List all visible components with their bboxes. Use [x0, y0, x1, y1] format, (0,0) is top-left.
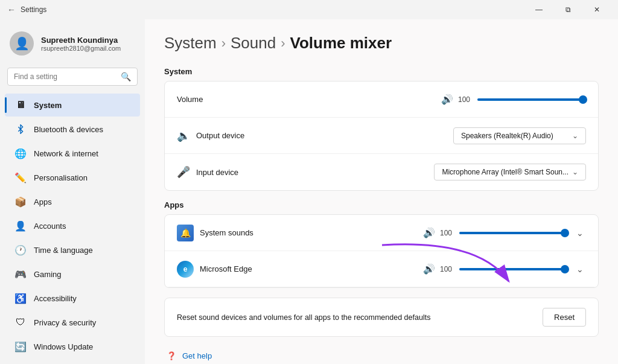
- volume-icon: 🔊: [441, 94, 453, 105]
- sidebar-item-accessibility[interactable]: ♿ Accessibility: [5, 287, 140, 310]
- breadcrumb-sound[interactable]: Sound: [231, 34, 276, 53]
- edge-vol-icon: 🔊: [423, 263, 435, 275]
- sidebar-item-bluetooth[interactable]: Bluetooth & devices: [5, 118, 140, 141]
- accounts-icon: 👤: [14, 220, 27, 232]
- sidebar-item-accounts[interactable]: 👤 Accounts: [5, 214, 140, 237]
- system-sounds-label: 🔔 System sounds: [177, 225, 285, 241]
- edge-row: e Microsoft Edge 🔊 100: [165, 251, 598, 287]
- sidebar-item-label: Network & internet: [34, 149, 98, 158]
- volume-slider-track[interactable]: [477, 98, 586, 101]
- edge-icon: e: [177, 261, 194, 278]
- edge-slider[interactable]: [459, 268, 568, 270]
- edge-thumb: [561, 265, 569, 273]
- title-bar-left: ← Settings: [7, 5, 46, 14]
- sidebar-item-label: System: [34, 101, 62, 110]
- system-section-label: System: [164, 67, 599, 76]
- system-sounds-text: System sounds: [200, 228, 253, 237]
- output-device-text: Output device: [196, 131, 244, 140]
- sidebar-item-label: Gaming: [34, 270, 62, 279]
- sidebar-item-time[interactable]: 🕐 Time & language: [5, 238, 140, 261]
- edge-icon-glyph: e: [183, 265, 188, 273]
- input-device-row: 🎤 Input device Microphone Array (Intel® …: [165, 154, 598, 190]
- edge-volume: 🔊 100: [423, 263, 568, 275]
- system-sounds-icon-glyph: 🔔: [180, 228, 191, 238]
- get-help-label: Get help: [182, 351, 212, 360]
- app-title: Settings: [21, 5, 46, 14]
- sidebar-item-gaming[interactable]: 🎮 Gaming: [5, 263, 140, 286]
- sidebar-item-update[interactable]: 🔄 Windows Update: [5, 335, 140, 358]
- privacy-icon: 🛡: [14, 316, 27, 328]
- system-icon: 🖥: [14, 99, 27, 111]
- system-sounds-icon: 🔔: [177, 225, 194, 241]
- search-box[interactable]: 🔍: [7, 68, 138, 86]
- reset-button[interactable]: Reset: [543, 308, 586, 327]
- sidebar-item-network[interactable]: 🌐 Network & internet: [5, 142, 140, 165]
- system-sounds-fill: [459, 232, 568, 234]
- main-wrapper: System › Sound › Volume mixer System Vol…: [145, 19, 618, 364]
- personalisation-icon: ✏️: [14, 171, 27, 184]
- sidebar-item-label: Windows Update: [34, 342, 93, 351]
- sidebar-item-label: Accessibility: [34, 294, 77, 303]
- edge-expand[interactable]: ⌄: [574, 262, 586, 276]
- avatar-icon: 👤: [14, 36, 30, 51]
- breadcrumb-current: Volume mixer: [290, 34, 392, 53]
- get-help-icon: ❓: [167, 351, 176, 360]
- back-icon[interactable]: ←: [7, 5, 16, 14]
- user-info: Supreeth Koundinya rsupreeth2810@gmail.c…: [41, 36, 121, 52]
- user-section[interactable]: 👤 Supreeth Koundinya rsupreeth2810@gmail…: [0, 24, 145, 63]
- system-card: Volume 🔊 100: [164, 81, 599, 191]
- reset-section: Reset sound devices and volumes for all …: [164, 298, 599, 337]
- sidebar-item-apps[interactable]: 📦 Apps: [5, 190, 140, 213]
- input-device-right: Microphone Array (Intel® Smart Soun... ⌄: [434, 164, 586, 180]
- main-content: System › Sound › Volume mixer System Vol…: [145, 19, 618, 364]
- app-body: 👤 Supreeth Koundinya rsupreeth2810@gmail…: [0, 19, 618, 364]
- volume-right: 🔊 100: [441, 94, 586, 105]
- sidebar-item-label: Time & language: [34, 246, 93, 255]
- search-input[interactable]: [14, 72, 116, 81]
- volume-value: 100: [458, 95, 473, 104]
- system-sounds-right: 🔊 100 ⌄: [423, 226, 586, 240]
- system-sounds-value: 100: [440, 229, 454, 237]
- restore-button[interactable]: ⧉: [554, 0, 582, 19]
- title-bar: ← Settings — ⧉ ✕: [0, 0, 618, 19]
- output-device-right: Speakers (Realtek(R) Audio) ⌄: [453, 127, 586, 144]
- sidebar-item-system[interactable]: 🖥 System: [5, 94, 140, 117]
- apps-card: 🔔 System sounds 🔊 100: [164, 214, 599, 288]
- user-email: rsupreeth2810@gmail.com: [41, 45, 121, 52]
- edge-value: 100: [440, 265, 454, 273]
- volume-text: Volume: [177, 95, 203, 104]
- minimize-button[interactable]: —: [525, 0, 553, 19]
- sidebar-item-privacy[interactable]: 🛡 Privacy & security: [5, 311, 140, 334]
- get-help-link[interactable]: ❓ Get help: [164, 346, 599, 364]
- sidebar: 👤 Supreeth Koundinya rsupreeth2810@gmail…: [0, 19, 145, 364]
- accessibility-icon: ♿: [14, 292, 27, 304]
- edge-fill: [459, 268, 568, 270]
- output-device-label: 🔈 Output device: [177, 129, 285, 142]
- volume-row: Volume 🔊 100: [165, 81, 598, 118]
- close-button[interactable]: ✕: [583, 0, 611, 19]
- input-chevron-icon: ⌄: [572, 168, 578, 176]
- edge-text: Microsoft Edge: [200, 264, 252, 273]
- output-icon: 🔈: [177, 129, 190, 142]
- volume-slider-thumb: [579, 95, 587, 104]
- volume-control: 🔊 100: [441, 94, 586, 105]
- bluetooth-icon: [14, 123, 27, 135]
- input-device-dropdown[interactable]: Microphone Array (Intel® Smart Soun... ⌄: [434, 164, 586, 180]
- output-device-row: 🔈 Output device Speakers (Realtek(R) Aud…: [165, 118, 598, 154]
- system-sounds-expand[interactable]: ⌄: [574, 226, 586, 240]
- input-device-value: Microphone Array (Intel® Smart Soun...: [442, 168, 569, 176]
- search-icon: 🔍: [121, 72, 131, 81]
- output-device-dropdown[interactable]: Speakers (Realtek(R) Audio) ⌄: [453, 127, 586, 144]
- sidebar-item-personalisation[interactable]: ✏️ Personalisation: [5, 166, 140, 189]
- input-device-text: Input device: [196, 168, 238, 177]
- breadcrumb-system[interactable]: System: [164, 34, 217, 53]
- input-device-label: 🎤 Input device: [177, 165, 285, 179]
- input-icon: 🎤: [177, 165, 190, 179]
- sidebar-item-label: Personalisation: [34, 173, 88, 182]
- title-bar-controls: — ⧉ ✕: [525, 0, 611, 19]
- system-sounds-slider[interactable]: [459, 232, 568, 234]
- volume-label: Volume: [177, 95, 285, 104]
- output-chevron-icon: ⌄: [572, 132, 578, 140]
- reset-text: Reset sound devices and volumes for all …: [177, 313, 430, 322]
- time-icon: 🕐: [14, 244, 27, 256]
